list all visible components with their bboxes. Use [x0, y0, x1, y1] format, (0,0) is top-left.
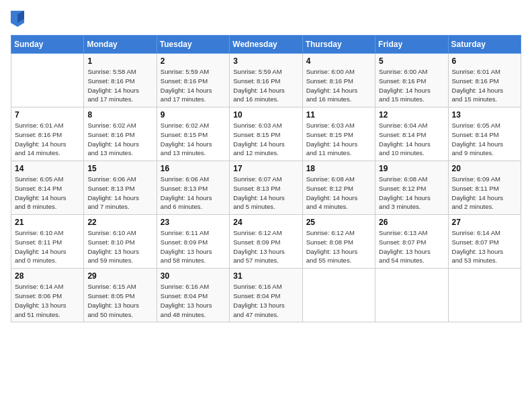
day-info: Sunrise: 6:04 AMSunset: 8:14 PMDaylight:… [379, 121, 444, 158]
day-number: 14 [15, 164, 80, 173]
calendar-cell: 9Sunrise: 6:02 AMSunset: 8:15 PMDaylight… [157, 107, 229, 161]
header-saturday: Saturday [448, 36, 521, 54]
day-number: 3 [233, 56, 298, 66]
day-number: 31 [233, 271, 298, 281]
calendar-cell: 15Sunrise: 6:06 AMSunset: 8:13 PMDayligh… [84, 161, 157, 215]
day-info: Sunrise: 6:02 AMSunset: 8:16 PMDaylight:… [87, 121, 152, 158]
day-info: Sunrise: 6:16 AMSunset: 8:04 PMDaylight:… [233, 282, 298, 319]
calendar-cell: 25Sunrise: 6:12 AMSunset: 8:08 PMDayligh… [302, 215, 375, 269]
day-number: 7 [15, 110, 80, 120]
calendar-cell: 29Sunrise: 6:15 AMSunset: 8:05 PMDayligh… [84, 269, 157, 322]
calendar-cell: 21Sunrise: 6:10 AMSunset: 8:11 PMDayligh… [11, 215, 84, 269]
calendar-cell: 17Sunrise: 6:07 AMSunset: 8:13 PMDayligh… [230, 161, 302, 215]
day-info: Sunrise: 6:14 AMSunset: 8:07 PMDaylight:… [452, 228, 517, 265]
header-friday: Friday [375, 36, 448, 54]
day-number: 13 [452, 110, 517, 120]
day-number: 28 [15, 271, 80, 281]
calendar-cell: 19Sunrise: 6:08 AMSunset: 8:12 PMDayligh… [375, 161, 448, 215]
calendar-cell: 8Sunrise: 6:02 AMSunset: 8:16 PMDaylight… [84, 107, 157, 161]
day-number: 11 [306, 110, 371, 120]
day-info: Sunrise: 6:15 AMSunset: 8:05 PMDaylight:… [87, 282, 152, 319]
day-number: 25 [306, 218, 371, 227]
day-number: 2 [161, 56, 226, 66]
calendar-cell: 3Sunrise: 5:59 AMSunset: 8:16 PMDaylight… [230, 54, 302, 107]
day-info: Sunrise: 6:06 AMSunset: 8:13 PMDaylight:… [87, 175, 152, 212]
day-info: Sunrise: 6:13 AMSunset: 8:07 PMDaylight:… [379, 228, 444, 265]
calendar-header-row: SundayMondayTuesdayWednesdayThursdayFrid… [11, 36, 521, 54]
calendar-cell: 1Sunrise: 5:58 AMSunset: 8:16 PMDaylight… [84, 54, 157, 107]
calendar-cell: 28Sunrise: 6:14 AMSunset: 8:06 PMDayligh… [11, 269, 84, 322]
day-number: 1 [87, 56, 152, 66]
calendar-cell: 7Sunrise: 6:01 AMSunset: 8:16 PMDaylight… [11, 107, 84, 161]
calendar-cell [448, 269, 521, 322]
day-info: Sunrise: 6:06 AMSunset: 8:13 PMDaylight:… [161, 175, 226, 212]
day-info: Sunrise: 6:03 AMSunset: 8:15 PMDaylight:… [233, 121, 298, 158]
calendar-cell: 31Sunrise: 6:16 AMSunset: 8:04 PMDayligh… [230, 269, 302, 322]
day-info: Sunrise: 6:00 AMSunset: 8:16 PMDaylight:… [306, 67, 371, 104]
calendar-cell: 22Sunrise: 6:10 AMSunset: 8:10 PMDayligh… [84, 215, 157, 269]
day-number: 17 [233, 164, 298, 173]
day-number: 5 [379, 56, 444, 66]
day-info: Sunrise: 6:03 AMSunset: 8:15 PMDaylight:… [306, 121, 371, 158]
calendar-cell: 5Sunrise: 6:00 AMSunset: 8:16 PMDaylight… [375, 54, 448, 107]
day-number: 22 [87, 218, 152, 227]
day-info: Sunrise: 6:05 AMSunset: 8:14 PMDaylight:… [452, 121, 517, 158]
day-info: Sunrise: 6:00 AMSunset: 8:16 PMDaylight:… [379, 67, 444, 104]
calendar-cell: 16Sunrise: 6:06 AMSunset: 8:13 PMDayligh… [157, 161, 229, 215]
day-number: 20 [452, 164, 517, 173]
day-info: Sunrise: 5:59 AMSunset: 8:16 PMDaylight:… [233, 67, 298, 104]
calendar-cell: 30Sunrise: 6:16 AMSunset: 8:04 PMDayligh… [157, 269, 229, 322]
day-info: Sunrise: 6:12 AMSunset: 8:08 PMDaylight:… [306, 228, 371, 265]
day-number: 8 [87, 110, 152, 120]
calendar-cell [375, 269, 448, 322]
calendar-cell: 2Sunrise: 5:59 AMSunset: 8:16 PMDaylight… [157, 54, 229, 107]
day-info: Sunrise: 6:01 AMSunset: 8:16 PMDaylight:… [15, 121, 80, 158]
day-number: 23 [161, 218, 226, 227]
calendar-cell: 23Sunrise: 6:11 AMSunset: 8:09 PMDayligh… [157, 215, 229, 269]
header-wednesday: Wednesday [230, 36, 302, 54]
day-number: 26 [379, 218, 444, 227]
day-number: 10 [233, 110, 298, 120]
day-number: 30 [161, 271, 226, 281]
header-tuesday: Tuesday [157, 36, 229, 54]
calendar-cell: 24Sunrise: 6:12 AMSunset: 8:09 PMDayligh… [230, 215, 302, 269]
calendar-table: SundayMondayTuesdayWednesdayThursdayFrid… [11, 35, 521, 322]
header-sunday: Sunday [11, 36, 84, 54]
day-number: 18 [306, 164, 371, 173]
calendar-cell [302, 269, 375, 322]
day-info: Sunrise: 5:58 AMSunset: 8:16 PMDaylight:… [87, 67, 152, 104]
day-number: 29 [87, 271, 152, 281]
day-number: 12 [379, 110, 444, 120]
calendar-cell [11, 54, 84, 107]
logo-icon [11, 11, 24, 27]
calendar-cell: 26Sunrise: 6:13 AMSunset: 8:07 PMDayligh… [375, 215, 448, 269]
day-number: 15 [87, 164, 152, 173]
logo [11, 11, 27, 27]
header-thursday: Thursday [302, 36, 375, 54]
day-number: 21 [15, 218, 80, 227]
calendar-week-row: 1Sunrise: 5:58 AMSunset: 8:16 PMDaylight… [11, 54, 521, 107]
calendar-cell: 27Sunrise: 6:14 AMSunset: 8:07 PMDayligh… [448, 215, 521, 269]
calendar-cell: 13Sunrise: 6:05 AMSunset: 8:14 PMDayligh… [448, 107, 521, 161]
day-info: Sunrise: 6:02 AMSunset: 8:15 PMDaylight:… [161, 121, 226, 158]
calendar-cell: 18Sunrise: 6:08 AMSunset: 8:12 PMDayligh… [302, 161, 375, 215]
calendar-cell: 20Sunrise: 6:09 AMSunset: 8:11 PMDayligh… [448, 161, 521, 215]
day-number: 19 [379, 164, 444, 173]
day-number: 6 [452, 56, 517, 66]
header-monday: Monday [84, 36, 157, 54]
calendar-cell: 10Sunrise: 6:03 AMSunset: 8:15 PMDayligh… [230, 107, 302, 161]
day-info: Sunrise: 6:10 AMSunset: 8:11 PMDaylight:… [15, 228, 80, 265]
calendar-cell: 12Sunrise: 6:04 AMSunset: 8:14 PMDayligh… [375, 107, 448, 161]
calendar-cell: 11Sunrise: 6:03 AMSunset: 8:15 PMDayligh… [302, 107, 375, 161]
day-info: Sunrise: 6:08 AMSunset: 8:12 PMDaylight:… [379, 175, 444, 212]
day-number: 9 [161, 110, 226, 120]
day-info: Sunrise: 6:12 AMSunset: 8:09 PMDaylight:… [233, 228, 298, 265]
calendar-week-row: 28Sunrise: 6:14 AMSunset: 8:06 PMDayligh… [11, 269, 521, 322]
day-info: Sunrise: 6:10 AMSunset: 8:10 PMDaylight:… [87, 228, 152, 265]
day-info: Sunrise: 6:07 AMSunset: 8:13 PMDaylight:… [233, 175, 298, 212]
day-info: Sunrise: 6:16 AMSunset: 8:04 PMDaylight:… [161, 282, 226, 319]
day-number: 4 [306, 56, 371, 66]
calendar-cell: 14Sunrise: 6:05 AMSunset: 8:14 PMDayligh… [11, 161, 84, 215]
calendar-week-row: 14Sunrise: 6:05 AMSunset: 8:14 PMDayligh… [11, 161, 521, 215]
day-info: Sunrise: 6:14 AMSunset: 8:06 PMDaylight:… [15, 282, 80, 319]
